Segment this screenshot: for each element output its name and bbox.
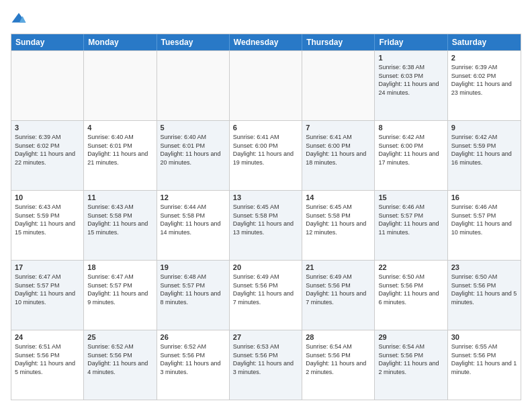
calendar-row: 1Sunrise: 6:38 AM Sunset: 6:03 PM Daylig…	[11, 50, 521, 120]
calendar-cell	[84, 51, 157, 120]
calendar-cell: 20Sunrise: 6:49 AM Sunset: 5:56 PM Dayli…	[230, 261, 302, 330]
day-number: 15	[378, 193, 443, 201]
calendar-cell: 30Sunrise: 6:55 AM Sunset: 5:56 PM Dayli…	[448, 330, 521, 400]
day-number: 9	[451, 124, 517, 132]
calendar-cell	[11, 51, 84, 120]
day-number: 6	[233, 124, 298, 132]
calendar-cell: 19Sunrise: 6:48 AM Sunset: 5:57 PM Dayli…	[157, 261, 230, 330]
day-info: Sunrise: 6:42 AM Sunset: 5:59 PM Dayligh…	[451, 133, 517, 167]
weekday-header: Monday	[84, 34, 157, 50]
calendar-row: 17Sunrise: 6:47 AM Sunset: 5:57 PM Dayli…	[11, 260, 521, 330]
calendar-cell: 1Sunrise: 6:38 AM Sunset: 6:03 PM Daylig…	[375, 51, 447, 120]
day-number: 29	[378, 333, 443, 341]
day-info: Sunrise: 6:47 AM Sunset: 5:57 PM Dayligh…	[15, 273, 80, 306]
day-info: Sunrise: 6:41 AM Sunset: 6:00 PM Dayligh…	[306, 133, 371, 167]
day-number: 26	[161, 333, 226, 341]
day-number: 20	[233, 263, 298, 271]
day-number: 19	[161, 263, 226, 271]
calendar-cell: 4Sunrise: 6:40 AM Sunset: 6:01 PM Daylig…	[84, 121, 157, 190]
calendar-cell	[157, 51, 230, 120]
day-info: Sunrise: 6:38 AM Sunset: 6:03 PM Dayligh…	[378, 63, 443, 97]
calendar-cell: 17Sunrise: 6:47 AM Sunset: 5:57 PM Dayli…	[11, 261, 84, 330]
calendar-cell	[230, 51, 302, 120]
day-info: Sunrise: 6:50 AM Sunset: 5:56 PM Dayligh…	[378, 273, 443, 306]
calendar-cell: 28Sunrise: 6:54 AM Sunset: 5:56 PM Dayli…	[302, 330, 375, 400]
day-number: 14	[306, 193, 371, 201]
day-number: 28	[306, 333, 371, 341]
day-info: Sunrise: 6:50 AM Sunset: 5:56 PM Dayligh…	[451, 273, 517, 306]
calendar-cell: 9Sunrise: 6:42 AM Sunset: 5:59 PM Daylig…	[448, 121, 521, 190]
calendar-cell: 12Sunrise: 6:44 AM Sunset: 5:58 PM Dayli…	[157, 191, 230, 260]
day-number: 3	[15, 124, 80, 132]
day-number: 23	[451, 263, 517, 271]
weekday-header: Sunday	[11, 34, 84, 50]
day-number: 21	[306, 263, 371, 271]
day-info: Sunrise: 6:54 AM Sunset: 5:56 PM Dayligh…	[378, 342, 443, 376]
calendar-cell: 15Sunrise: 6:46 AM Sunset: 5:57 PM Dayli…	[375, 191, 447, 260]
day-info: Sunrise: 6:55 AM Sunset: 5:56 PM Dayligh…	[451, 342, 517, 376]
calendar-cell: 22Sunrise: 6:50 AM Sunset: 5:56 PM Dayli…	[375, 261, 447, 330]
header	[11, 11, 521, 27]
logo-icon	[11, 11, 27, 27]
day-number: 4	[87, 124, 152, 132]
calendar: SundayMondayTuesdayWednesdayThursdayFrid…	[11, 34, 521, 400]
weekday-header: Saturday	[448, 34, 521, 50]
day-info: Sunrise: 6:45 AM Sunset: 5:58 PM Dayligh…	[306, 203, 371, 236]
calendar-cell: 29Sunrise: 6:54 AM Sunset: 5:56 PM Dayli…	[375, 330, 447, 400]
calendar-cell: 7Sunrise: 6:41 AM Sunset: 6:00 PM Daylig…	[302, 121, 375, 190]
calendar-cell: 23Sunrise: 6:50 AM Sunset: 5:56 PM Dayli…	[448, 261, 521, 330]
day-info: Sunrise: 6:39 AM Sunset: 6:02 PM Dayligh…	[451, 63, 517, 97]
day-number: 30	[451, 333, 517, 341]
day-number: 22	[378, 263, 443, 271]
calendar-cell: 2Sunrise: 6:39 AM Sunset: 6:02 PM Daylig…	[448, 51, 521, 120]
day-info: Sunrise: 6:54 AM Sunset: 5:56 PM Dayligh…	[306, 342, 371, 376]
calendar-cell: 11Sunrise: 6:43 AM Sunset: 5:58 PM Dayli…	[84, 191, 157, 260]
day-number: 1	[378, 54, 443, 62]
day-info: Sunrise: 6:46 AM Sunset: 5:57 PM Dayligh…	[451, 203, 517, 236]
day-number: 8	[378, 124, 443, 132]
day-info: Sunrise: 6:44 AM Sunset: 5:58 PM Dayligh…	[161, 203, 226, 236]
day-number: 2	[451, 54, 517, 62]
day-number: 17	[15, 263, 80, 271]
day-number: 12	[161, 193, 226, 201]
day-info: Sunrise: 6:52 AM Sunset: 5:56 PM Dayligh…	[87, 342, 152, 376]
day-number: 5	[161, 124, 226, 132]
calendar-cell: 16Sunrise: 6:46 AM Sunset: 5:57 PM Dayli…	[448, 191, 521, 260]
calendar-cell: 5Sunrise: 6:40 AM Sunset: 6:01 PM Daylig…	[157, 121, 230, 190]
day-number: 25	[87, 333, 152, 341]
calendar-cell: 25Sunrise: 6:52 AM Sunset: 5:56 PM Dayli…	[84, 330, 157, 400]
calendar-cell: 6Sunrise: 6:41 AM Sunset: 6:00 PM Daylig…	[230, 121, 302, 190]
day-info: Sunrise: 6:53 AM Sunset: 5:56 PM Dayligh…	[233, 342, 298, 376]
calendar-cell: 3Sunrise: 6:39 AM Sunset: 6:02 PM Daylig…	[11, 121, 84, 190]
calendar-row: 10Sunrise: 6:43 AM Sunset: 5:59 PM Dayli…	[11, 190, 521, 260]
day-info: Sunrise: 6:46 AM Sunset: 5:57 PM Dayligh…	[378, 203, 443, 236]
day-info: Sunrise: 6:41 AM Sunset: 6:00 PM Dayligh…	[233, 133, 298, 167]
calendar-cell: 8Sunrise: 6:42 AM Sunset: 6:00 PM Daylig…	[375, 121, 447, 190]
day-info: Sunrise: 6:42 AM Sunset: 6:00 PM Dayligh…	[378, 133, 443, 167]
calendar-cell: 18Sunrise: 6:47 AM Sunset: 5:57 PM Dayli…	[84, 261, 157, 330]
day-info: Sunrise: 6:40 AM Sunset: 6:01 PM Dayligh…	[161, 133, 226, 167]
calendar-row: 24Sunrise: 6:51 AM Sunset: 5:56 PM Dayli…	[11, 330, 521, 400]
day-number: 13	[233, 193, 298, 201]
day-number: 10	[15, 193, 80, 201]
calendar-row: 3Sunrise: 6:39 AM Sunset: 6:02 PM Daylig…	[11, 120, 521, 190]
day-number: 27	[233, 333, 298, 341]
calendar-cell: 10Sunrise: 6:43 AM Sunset: 5:59 PM Dayli…	[11, 191, 84, 260]
day-number: 16	[451, 193, 517, 201]
calendar-cell: 13Sunrise: 6:45 AM Sunset: 5:58 PM Dayli…	[230, 191, 302, 260]
day-info: Sunrise: 6:52 AM Sunset: 5:56 PM Dayligh…	[161, 342, 226, 376]
calendar-cell: 27Sunrise: 6:53 AM Sunset: 5:56 PM Dayli…	[230, 330, 302, 400]
day-info: Sunrise: 6:40 AM Sunset: 6:01 PM Dayligh…	[87, 133, 152, 167]
calendar-body: 1Sunrise: 6:38 AM Sunset: 6:03 PM Daylig…	[11, 50, 521, 400]
day-info: Sunrise: 6:39 AM Sunset: 6:02 PM Dayligh…	[15, 133, 80, 167]
logo	[11, 11, 30, 27]
day-info: Sunrise: 6:43 AM Sunset: 5:59 PM Dayligh…	[15, 203, 80, 236]
day-info: Sunrise: 6:45 AM Sunset: 5:58 PM Dayligh…	[233, 203, 298, 236]
day-number: 7	[306, 124, 371, 132]
day-info: Sunrise: 6:47 AM Sunset: 5:57 PM Dayligh…	[87, 273, 152, 306]
day-number: 24	[15, 333, 80, 341]
calendar-cell: 24Sunrise: 6:51 AM Sunset: 5:56 PM Dayli…	[11, 330, 84, 400]
weekday-header: Tuesday	[157, 34, 230, 50]
day-info: Sunrise: 6:49 AM Sunset: 5:56 PM Dayligh…	[233, 273, 298, 306]
day-number: 18	[87, 263, 152, 271]
